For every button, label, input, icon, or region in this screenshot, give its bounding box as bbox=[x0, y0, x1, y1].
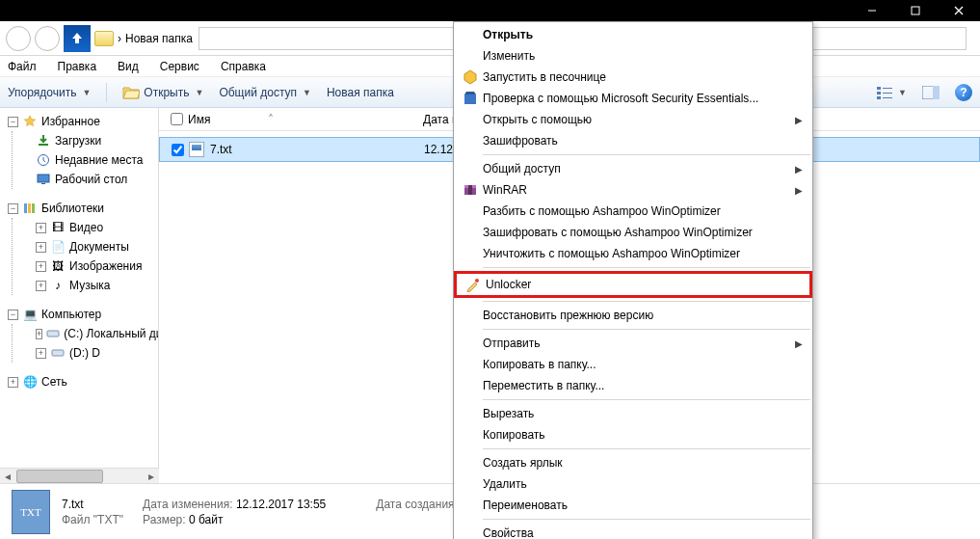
ctx-restore[interactable]: Восстановить прежнюю версию bbox=[454, 305, 812, 326]
share-button[interactable]: Общий доступ▼ bbox=[219, 86, 311, 99]
tree-drive-d[interactable]: +(D:) D bbox=[13, 343, 156, 363]
collapse-icon[interactable]: − bbox=[8, 203, 18, 214]
breadcrumb-location[interactable]: Новая папка bbox=[125, 32, 193, 45]
desktop-icon bbox=[36, 172, 51, 187]
svg-rect-15 bbox=[41, 183, 45, 184]
tree-desktop[interactable]: Рабочий стол bbox=[13, 170, 156, 189]
tree-video[interactable]: +🎞Видео bbox=[13, 218, 156, 237]
submenu-arrow-icon: ▶ bbox=[795, 185, 803, 196]
expand-icon[interactable]: + bbox=[36, 348, 46, 359]
ctx-move-to[interactable]: Переместить в папку... bbox=[454, 375, 812, 396]
file-name: 7.txt bbox=[210, 143, 232, 156]
ctx-ashampoo-split[interactable]: Разбить с помощью Ashampoo WinOptimizer bbox=[454, 201, 812, 222]
ctx-copy[interactable]: Копировать bbox=[454, 424, 812, 445]
ctx-ashampoo-encrypt[interactable]: Зашифровать с помощью Ashampoo WinOptimi… bbox=[454, 222, 812, 243]
expand-icon[interactable]: + bbox=[36, 261, 46, 272]
ctx-edit[interactable]: Изменить bbox=[454, 45, 812, 67]
collapse-icon[interactable]: − bbox=[8, 117, 18, 127]
explorer-window: › Новая папка Файл Правка Вид Сервис Спр… bbox=[0, 0, 980, 539]
tree-network[interactable]: + 🌐 Сеть bbox=[2, 372, 156, 391]
tree-music[interactable]: +♪Музыка bbox=[13, 276, 156, 295]
close-button[interactable] bbox=[937, 0, 980, 21]
expand-icon[interactable]: + bbox=[36, 242, 46, 253]
collapse-icon[interactable]: − bbox=[8, 310, 18, 320]
nav-forward-button[interactable] bbox=[35, 26, 60, 51]
tree-images[interactable]: +🖼Изображения bbox=[13, 256, 156, 276]
expand-icon[interactable]: + bbox=[8, 377, 18, 388]
ctx-encrypt[interactable]: Зашифровать bbox=[454, 130, 812, 151]
ctx-rename[interactable]: Переименовать bbox=[454, 495, 812, 516]
ctx-properties[interactable]: Свойства bbox=[454, 523, 812, 539]
expand-icon[interactable]: + bbox=[36, 223, 46, 233]
menu-help[interactable]: Справка bbox=[221, 60, 266, 73]
details-filename: 7.txt bbox=[62, 498, 84, 511]
ctx-share[interactable]: Общий доступ▶ bbox=[454, 158, 812, 179]
tree-recent[interactable]: Недавние места bbox=[13, 150, 156, 170]
menu-tools[interactable]: Сервис bbox=[160, 60, 199, 73]
preview-pane-button[interactable] bbox=[922, 86, 940, 99]
svg-rect-14 bbox=[38, 175, 49, 182]
minimize-button[interactable] bbox=[850, 0, 893, 21]
menu-edit[interactable]: Правка bbox=[58, 60, 97, 73]
tree-scrollbar[interactable]: ◂ ▸ bbox=[0, 468, 159, 483]
libraries-icon bbox=[22, 201, 38, 216]
menu-view[interactable]: Вид bbox=[118, 60, 139, 73]
pictures-icon: 🖼 bbox=[50, 258, 66, 274]
separator bbox=[483, 399, 810, 400]
tree-drive-c[interactable]: +(C:) Локальный диск bbox=[13, 324, 156, 343]
submenu-arrow-icon: ▶ bbox=[795, 338, 803, 349]
ctx-copy-to[interactable]: Копировать в папку... bbox=[454, 354, 812, 375]
txt-file-icon bbox=[189, 142, 204, 157]
ctx-cut[interactable]: Вырезать bbox=[454, 403, 812, 424]
tree-computer[interactable]: − 💻 Компьютер bbox=[2, 305, 156, 324]
tree-documents[interactable]: +📄Документы bbox=[13, 237, 156, 256]
ctx-delete[interactable]: Удалить bbox=[454, 473, 812, 495]
clock-icon bbox=[36, 152, 51, 168]
column-name[interactable]: Имя˄ bbox=[188, 113, 423, 126]
computer-icon: 💻 bbox=[22, 307, 38, 322]
music-icon: ♪ bbox=[50, 278, 66, 293]
highlighted-item: Unlocker bbox=[454, 271, 812, 298]
ctx-sandbox[interactable]: Запустить в песочнице bbox=[454, 67, 812, 88]
tree-favorites[interactable]: − Избранное bbox=[2, 112, 156, 131]
select-all-checkbox[interactable] bbox=[171, 113, 183, 125]
tree-downloads[interactable]: Загрузки bbox=[13, 131, 156, 150]
navigation-tree: − Избранное Загрузки Недавние места Рабо… bbox=[0, 108, 159, 483]
context-menu: Открыть Изменить Запустить в песочнице П… bbox=[453, 21, 813, 539]
ctx-unlocker[interactable]: Unlocker bbox=[457, 274, 809, 295]
mse-icon bbox=[458, 91, 483, 106]
new-folder-button[interactable]: Новая папка bbox=[327, 86, 394, 99]
ctx-shortcut[interactable]: Создать ярлык bbox=[454, 452, 812, 473]
svg-point-25 bbox=[475, 279, 479, 283]
scroll-right-icon[interactable]: ▸ bbox=[144, 470, 159, 483]
ctx-winrar[interactable]: WinRAR▶ bbox=[454, 179, 812, 201]
svg-rect-24 bbox=[468, 185, 472, 195]
file-checkbox[interactable] bbox=[172, 144, 184, 156]
breadcrumb-separator: › bbox=[118, 32, 121, 45]
nav-back-button[interactable] bbox=[6, 26, 31, 51]
svg-rect-1 bbox=[912, 7, 919, 14]
menu-file[interactable]: Файл bbox=[8, 60, 37, 73]
scroll-left-icon[interactable]: ◂ bbox=[0, 470, 15, 483]
open-button[interactable]: Открыть▼ bbox=[122, 85, 203, 100]
ctx-open-with[interactable]: Открыть с помощью▶ bbox=[454, 109, 812, 130]
expand-icon[interactable]: + bbox=[36, 329, 42, 339]
svg-rect-20 bbox=[52, 350, 64, 356]
ctx-send-to[interactable]: Отправить▶ bbox=[454, 333, 812, 354]
svg-rect-18 bbox=[32, 203, 35, 213]
ctx-mse[interactable]: Проверка с помощью Microsoft Security Es… bbox=[454, 88, 812, 109]
help-button[interactable]: ? bbox=[955, 84, 972, 101]
titlebar bbox=[0, 0, 980, 21]
open-folder-icon bbox=[122, 85, 140, 100]
ctx-ashampoo-wipe[interactable]: Уничтожить с помощью Ashampoo WinOptimiz… bbox=[454, 243, 812, 264]
ctx-open[interactable]: Открыть bbox=[454, 24, 812, 45]
tree-libraries[interactable]: − Библиотеки bbox=[2, 199, 156, 218]
scroll-thumb[interactable] bbox=[16, 470, 103, 483]
drive-icon bbox=[50, 345, 66, 361]
organize-button[interactable]: Упорядочить▼ bbox=[8, 86, 91, 99]
expand-icon[interactable]: + bbox=[36, 281, 46, 291]
sandboxie-icon bbox=[458, 69, 483, 85]
maximize-button[interactable] bbox=[893, 0, 937, 21]
view-options-button[interactable]: ▼ bbox=[877, 86, 907, 99]
nav-up-button[interactable] bbox=[64, 25, 91, 52]
